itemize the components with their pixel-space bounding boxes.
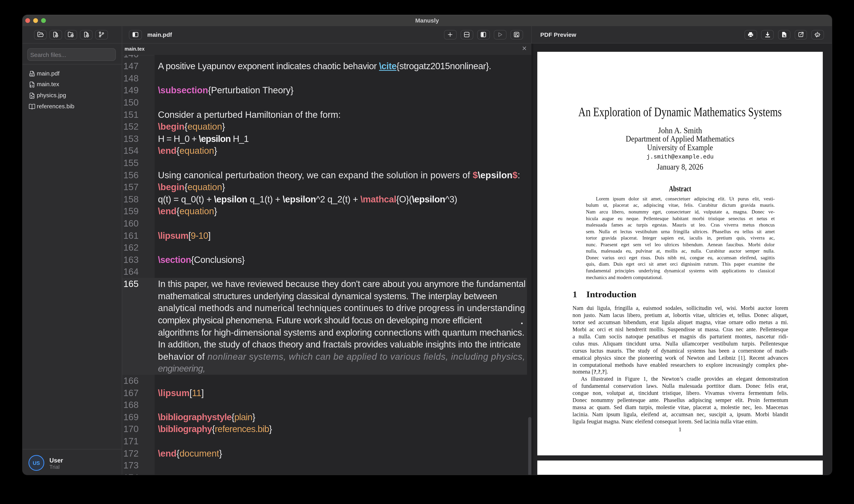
- svg-text:PDF: PDF: [31, 74, 34, 76]
